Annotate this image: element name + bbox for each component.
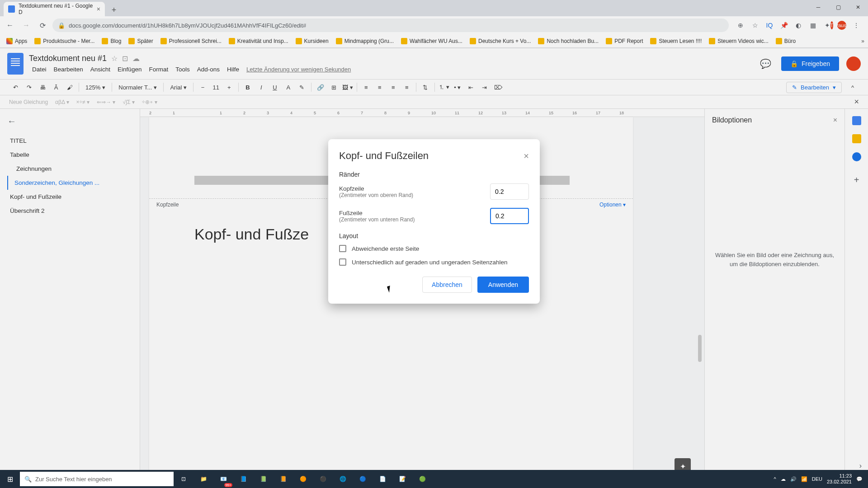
- header-margin-input[interactable]: [490, 183, 529, 200]
- search-icon: 🔍: [24, 476, 32, 483]
- start-button[interactable]: ⊞: [0, 470, 20, 488]
- checkbox-label: Abweichende erste Seite: [352, 245, 419, 252]
- app-icon[interactable]: 📄: [373, 470, 392, 488]
- checkbox-label: Unterschiedlich auf geraden und ungerade…: [352, 259, 508, 266]
- volume-icon[interactable]: 🔊: [790, 476, 797, 482]
- task-view-icon[interactable]: ⊡: [174, 470, 193, 488]
- notepad-icon[interactable]: 📝: [392, 470, 412, 488]
- explorer-icon[interactable]: 📁: [193, 470, 213, 488]
- layout-section-label: Layout: [339, 232, 529, 239]
- footer-margin-label: Fußzeile: [339, 210, 415, 216]
- dialog-title: Kopf- und Fußzeilen: [339, 150, 429, 162]
- taskbar-apps: ⊡ 📁 📧99+ 📘 📗 📙 🟠 ⚫ 🌐 🔵 📄 📝 🟢: [174, 470, 432, 488]
- header-margin-row: Kopfzeile (Zentimeter vom oberen Rand): [339, 183, 529, 200]
- mail-icon[interactable]: 📧99+: [213, 470, 233, 488]
- taskbar-search[interactable]: 🔍 Zur Suche Text hier eingeben: [20, 472, 174, 486]
- system-tray: ^ ☁ 🔊 📶 DEU 11:23 23.02.2021 💬: [774, 473, 868, 485]
- spotify-icon[interactable]: 🟢: [412, 470, 432, 488]
- tray-expand-icon[interactable]: ^: [774, 476, 776, 482]
- language-indicator[interactable]: DEU: [812, 476, 822, 482]
- apply-button[interactable]: Anwenden: [477, 277, 529, 293]
- onedrive-icon[interactable]: ☁: [781, 476, 786, 482]
- app-icon[interactable]: 🟠: [293, 470, 313, 488]
- chrome-icon[interactable]: 🌐: [333, 470, 353, 488]
- dialog-actions: Abbrechen Anwenden: [339, 277, 529, 293]
- footer-margin-row: Fußzeile (Zentimeter vom unteren Rand): [339, 208, 529, 224]
- footer-margin-input[interactable]: [490, 208, 529, 224]
- header-footer-dialog: Kopf- und Fußzeilen × Ränder Kopfzeile (…: [328, 139, 540, 304]
- excel-icon[interactable]: 📗: [253, 470, 273, 488]
- dialog-close-icon[interactable]: ×: [524, 151, 529, 161]
- modal-overlay: Kopf- und Fußzeilen × Ränder Kopfzeile (…: [0, 0, 868, 488]
- word-icon[interactable]: 📘: [233, 470, 253, 488]
- obs-icon[interactable]: ⚫: [313, 470, 333, 488]
- edge-icon[interactable]: 🔵: [353, 470, 373, 488]
- wifi-icon[interactable]: 📶: [801, 476, 807, 482]
- powerpoint-icon[interactable]: 📙: [273, 470, 293, 488]
- notifications-icon[interactable]: 💬: [856, 476, 863, 482]
- margins-section-label: Ränder: [339, 171, 529, 178]
- footer-margin-sublabel: (Zentimeter vom unteren Rand): [339, 216, 415, 223]
- different-first-page-row[interactable]: Abweichende erste Seite: [339, 245, 529, 252]
- header-margin-sublabel: (Zentimeter vom oberen Rand): [339, 192, 413, 198]
- header-margin-label: Kopfzeile: [339, 185, 413, 192]
- checkbox-icon[interactable]: [339, 245, 346, 252]
- checkbox-icon[interactable]: [339, 258, 346, 266]
- cancel-button[interactable]: Abbrechen: [422, 277, 472, 293]
- windows-taskbar: ⊞ 🔍 Zur Suche Text hier eingeben ⊡ 📁 📧99…: [0, 470, 868, 488]
- clock[interactable]: 11:23 23.02.2021: [827, 473, 852, 485]
- odd-even-pages-row[interactable]: Unterschiedlich auf geraden und ungerade…: [339, 258, 529, 266]
